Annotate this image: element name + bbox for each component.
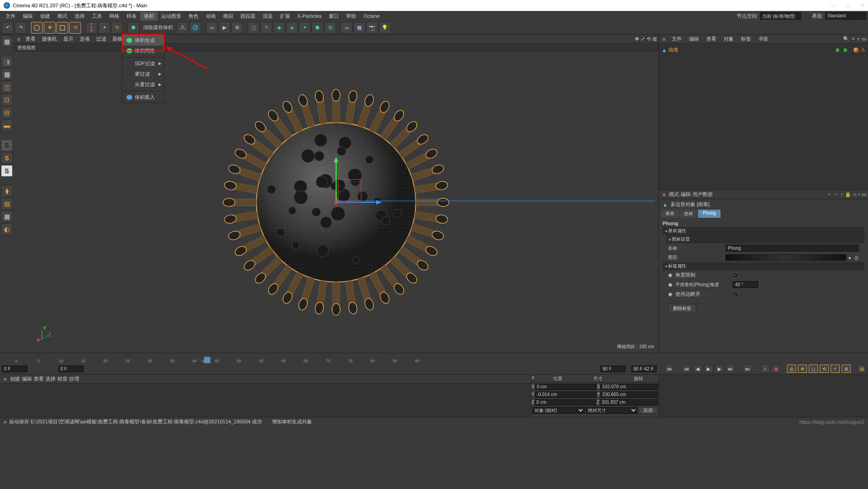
model-mode[interactable]: ▦ bbox=[1, 36, 13, 47]
menu-跟踪器[interactable]: 跟踪器 bbox=[237, 12, 259, 21]
name-field[interactable] bbox=[725, 245, 859, 252]
radio-icon[interactable]: ◉ bbox=[668, 291, 673, 297]
obj-menu-查看[interactable]: 查看 bbox=[704, 35, 719, 43]
mograph-button[interactable]: ⊞ bbox=[324, 22, 336, 34]
vp-rotate-icon[interactable]: ⟲ bbox=[647, 36, 651, 42]
menu-创建[interactable]: 创建 bbox=[36, 12, 54, 21]
dropdown-item[interactable]: 体积载入 bbox=[122, 92, 164, 103]
timeline-opts-button[interactable]: ▤ bbox=[857, 365, 866, 373]
light-button[interactable]: 💡 bbox=[379, 22, 391, 34]
home-icon[interactable]: ⌂ bbox=[853, 191, 856, 197]
cube-primitive[interactable]: ◫ bbox=[248, 22, 260, 34]
tag-props-header[interactable]: 标签属性 bbox=[663, 262, 864, 270]
menu-X-Particles[interactable]: X-Particles bbox=[294, 12, 325, 20]
close-button[interactable]: ✕ bbox=[860, 3, 864, 9]
menu-体积[interactable]: 体积 bbox=[140, 12, 158, 21]
menu-样条[interactable]: 样条 bbox=[123, 12, 140, 21]
scale-tool[interactable] bbox=[56, 22, 68, 34]
generator-button[interactable]: ◆ bbox=[273, 22, 285, 34]
key-rot-button[interactable]: ⟲ bbox=[820, 365, 829, 373]
axis-tool[interactable]: ✦ bbox=[98, 22, 110, 34]
weight-tool[interactable]: ▤ bbox=[1, 198, 13, 210]
menu-选择[interactable]: 选择 bbox=[71, 12, 88, 21]
menu-动画[interactable]: 动画 bbox=[202, 12, 220, 21]
coord-sys-button[interactable] bbox=[177, 22, 189, 34]
texture-mode[interactable]: ▩ bbox=[1, 68, 13, 80]
minimize-button[interactable]: — bbox=[830, 3, 835, 9]
move-tool[interactable]: ✥ bbox=[44, 22, 56, 34]
lock-icon[interactable]: 🔒 bbox=[845, 191, 851, 197]
play-button[interactable]: ▶ bbox=[704, 365, 713, 373]
mat-menu-纹理[interactable]: 纹理 bbox=[69, 376, 79, 382]
attr-menu-用户数据[interactable]: 用户数据 bbox=[693, 191, 713, 198]
layer-field[interactable] bbox=[725, 254, 846, 261]
obj-menu-书签[interactable]: 书签 bbox=[756, 35, 771, 43]
vp-menu-摄像机[interactable]: 摄像机 bbox=[39, 35, 60, 43]
node-space-select[interactable]: 当前 (标准/物理) bbox=[760, 12, 801, 20]
undo-button[interactable]: ↶ bbox=[2, 22, 14, 34]
apply-button[interactable]: 应用 bbox=[638, 407, 658, 414]
menu-渲染[interactable]: 渲染 bbox=[259, 12, 276, 21]
up-icon[interactable]: ↑ bbox=[841, 191, 843, 197]
dropdown-item[interactable]: 矢量过滤▶ bbox=[122, 79, 164, 90]
mat-menu-创建[interactable]: 创建 bbox=[10, 376, 20, 382]
vp-zoom-icon[interactable]: ⤢ bbox=[641, 36, 645, 42]
menu-网格[interactable]: 网格 bbox=[106, 12, 123, 21]
next-key-button[interactable]: ⏭ bbox=[726, 365, 735, 373]
render-view-button[interactable]: ▭ bbox=[206, 22, 218, 34]
magnet-tool[interactable]: ⧫ bbox=[1, 185, 13, 197]
coord-mode-select[interactable]: 对象 (相对) bbox=[532, 407, 585, 414]
use-edge-checkbox[interactable]: ✓ bbox=[733, 292, 738, 297]
layer-target-icon[interactable]: ◎ bbox=[854, 255, 859, 261]
search-icon[interactable]: 🔍 bbox=[843, 36, 849, 42]
edge-mode[interactable]: ⊟ bbox=[1, 107, 13, 118]
generator2-button[interactable]: ◈ bbox=[286, 22, 298, 34]
size-field[interactable] bbox=[600, 384, 662, 390]
camera-button[interactable]: 📷 bbox=[366, 22, 378, 34]
tl-start-field[interactable] bbox=[2, 365, 27, 372]
object-name[interactable]: 病毒 bbox=[669, 46, 679, 53]
menu-模式[interactable]: 模式 bbox=[54, 12, 71, 21]
point-mode[interactable]: ⊡ bbox=[1, 94, 13, 106]
poly-mode[interactable]: ▬ bbox=[1, 119, 13, 131]
workplane-mode[interactable]: ◫ bbox=[1, 81, 13, 93]
filter-icon[interactable]: ⚬ bbox=[851, 36, 855, 42]
max-icon[interactable]: ▭ bbox=[862, 191, 866, 197]
tl-max-field[interactable] bbox=[600, 365, 626, 372]
size-field[interactable] bbox=[600, 399, 661, 406]
vp-menu-选项[interactable]: 选项 bbox=[77, 35, 92, 43]
tl-min-field[interactable] bbox=[58, 365, 84, 372]
radio-icon[interactable]: ◉ bbox=[668, 282, 673, 288]
key-pla-button[interactable]: ⊞ bbox=[842, 365, 851, 373]
dropdown-item[interactable]: SDF过滤▶ bbox=[122, 58, 164, 69]
obj-menu-编辑[interactable]: 编辑 bbox=[686, 35, 702, 43]
volume-icon[interactable]: ⬢ bbox=[128, 22, 139, 34]
key-param-button[interactable]: P bbox=[831, 365, 840, 373]
paint-tool[interactable]: ▦ bbox=[1, 211, 13, 222]
vp-menu-显示[interactable]: 显示 bbox=[61, 35, 76, 43]
viewport[interactable]: YZX 网格间距 : 100 cm bbox=[14, 52, 659, 353]
layer-menu-icon[interactable]: ▸ bbox=[849, 255, 852, 261]
object-mode[interactable]: ◨ bbox=[1, 56, 13, 67]
sculpt-tool[interactable]: ◐ bbox=[1, 223, 13, 235]
visibility-dot-editor[interactable] bbox=[836, 48, 839, 52]
obj-menu-标签[interactable]: 标签 bbox=[738, 35, 754, 43]
menu-扩展[interactable]: 扩展 bbox=[276, 12, 294, 21]
vp-move-icon[interactable]: ✥ bbox=[635, 36, 639, 42]
object-tree[interactable]: ▲ 病毒 ⚠ bbox=[659, 44, 868, 190]
play-fwd-button[interactable]: ▶ bbox=[715, 365, 724, 373]
object-row[interactable]: ▲ 病毒 ⚠ bbox=[661, 46, 866, 54]
attr-menu-模式[interactable]: 模式 bbox=[669, 191, 679, 198]
render-settings-button[interactable]: ⚙ bbox=[231, 22, 243, 34]
obj-menu-文件[interactable]: 文件 bbox=[669, 35, 684, 43]
menu-Octane[interactable]: Octane bbox=[360, 12, 383, 20]
globe-button[interactable]: 🌐 bbox=[189, 22, 201, 34]
key-all-button[interactable]: ◎ bbox=[787, 365, 796, 373]
menu-文件[interactable]: 文件 bbox=[2, 12, 19, 21]
warning-icon[interactable]: ⚠ bbox=[861, 47, 865, 53]
timeline-ruler[interactable]: 05101520253035404245505560657075808590 bbox=[0, 353, 868, 363]
chain-button[interactable]: ⫘ bbox=[341, 22, 352, 34]
material-list[interactable] bbox=[0, 384, 531, 417]
pos-field[interactable] bbox=[535, 384, 597, 390]
obj-menu-对象[interactable]: 对象 bbox=[721, 35, 736, 43]
